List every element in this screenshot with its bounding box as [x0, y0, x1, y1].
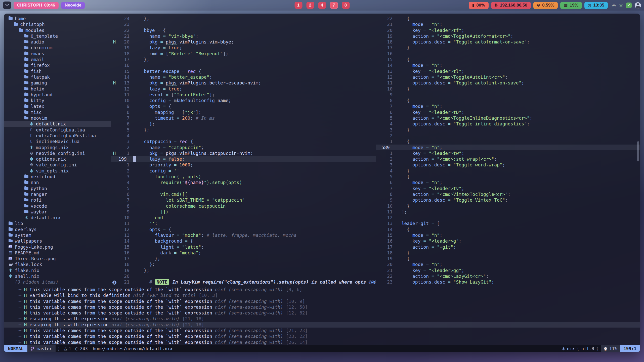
- code-line[interactable]: 8 {: [376, 98, 640, 103]
- code-line[interactable]: 19 {: [376, 256, 640, 261]
- diagnostic-row[interactable]: ─Hthis variable comes from the scope out…: [4, 298, 640, 304]
- network-pill[interactable]: ⇅192.168.86.50: [491, 2, 531, 9]
- tree-item[interactable]: ☾extraConfigLuaPost.lua: [4, 133, 111, 139]
- tree-item[interactable]: firefox: [4, 62, 111, 68]
- tree-item[interactable]: wallpapers: [4, 238, 111, 244]
- code-line[interactable]: H1 pkg = pkgs.vimPlugins.catppuccin-nvim…: [111, 150, 376, 156]
- code-line[interactable]: 15 mode = "n";: [376, 232, 640, 238]
- code-line[interactable]: 18 };: [111, 261, 376, 267]
- file-path[interactable]: home/modules/neovim/default.nix: [90, 346, 176, 351]
- code-line[interactable]: 6 vim.cmd([[: [111, 191, 376, 197]
- workspace-button[interactable]: 7: [330, 2, 338, 9]
- code-line[interactable]: 2 name = "catppuccin";: [111, 145, 376, 150]
- code-line[interactable]: 22 bbye = {: [111, 27, 376, 33]
- tree-item[interactable]: options.nix: [4, 156, 111, 162]
- tree-item[interactable]: mappings.nix: [4, 145, 111, 150]
- diagnostic-row[interactable]: ─Hthis variable comes from the scope out…: [4, 287, 640, 292]
- tree-item[interactable]: (9 hidden items): [4, 279, 111, 285]
- nix-snowflake-icon[interactable]: [619, 4, 623, 7]
- launcher-icon[interactable]: [3, 2, 11, 9]
- diagnostic-row[interactable]: ─Hescaping this with expressionnixf (esc…: [4, 322, 640, 328]
- diagnostic-row[interactable]: ─Hthis variable comes from the scope out…: [4, 333, 640, 339]
- code-line[interactable]: 19 };: [111, 267, 376, 273]
- tree-item[interactable]: default.nix: [4, 121, 111, 127]
- code-line[interactable]: 11 ];: [376, 209, 640, 215]
- code-line[interactable]: 23: [111, 21, 376, 27]
- check-icon[interactable]: ✓: [626, 3, 632, 8]
- tree-item[interactable]: audio: [4, 39, 111, 45]
- code-line[interactable]: 1 {: [376, 139, 640, 144]
- git-branch[interactable]: master: [27, 345, 55, 352]
- code-line[interactable]: 7 key = "<leader>tv";: [376, 186, 640, 191]
- tree-item[interactable]: gaming: [4, 80, 111, 86]
- code-line[interactable]: 11 '';: [111, 220, 376, 226]
- code-line[interactable]: H13 pkg = pkgs.vimPlugins.better-escape-…: [111, 80, 376, 86]
- tree-item[interactable]: vscode: [4, 203, 111, 209]
- tree-item[interactable]: nextcloud: [4, 174, 111, 179]
- code-line[interactable]: 5: [111, 186, 376, 191]
- code-line[interactable]: 13 leader-git = [: [376, 220, 640, 226]
- code-line[interactable]: 19 action = "<cmd>ToggleAutoformat<cr>";: [376, 33, 640, 39]
- code-line[interactable]: 3 }: [376, 127, 640, 133]
- code-line[interactable]: 11 event = ["InsertEnter"];: [111, 92, 376, 98]
- code-line[interactable]: 4: [111, 133, 376, 139]
- code-line[interactable]: 7 let $BAT_THEME = "catppuccin": [111, 197, 376, 203]
- tree-item[interactable]: ⚙neovide_config.ini: [4, 150, 111, 156]
- code-line[interactable]: 16 dark = "mocha";: [111, 250, 376, 256]
- diagnostic-row[interactable]: ─Hthis variable comes from the scope out…: [4, 339, 640, 345]
- code-line[interactable]: H20 pkg = pkgs.vimPlugins.vim-bbye;: [111, 39, 376, 45]
- tree-item[interactable]: ☾extraConfigLua.lua: [4, 127, 111, 133]
- code-line[interactable]: 23 options.desc = "Show LazyGit";: [376, 279, 640, 285]
- code-line[interactable]: 19 lazy = true;: [111, 45, 376, 51]
- code-line[interactable]: 4 options.desc = "Toggle inline diagnost…: [376, 121, 640, 127]
- code-line[interactable]: 6 mode = "n";: [376, 179, 640, 185]
- code-line[interactable]: 6 };: [111, 121, 376, 127]
- memory-pill[interactable]: ▦19%: [560, 2, 582, 9]
- code-line[interactable]: 15 better-escape = rec {: [111, 68, 376, 74]
- code-line[interactable]: 199 lazy = false;: [111, 156, 376, 162]
- code-line[interactable]: 15 {: [376, 57, 640, 62]
- code-line[interactable]: 20 key = "<leader>tf";: [376, 27, 640, 33]
- code-line[interactable]: 1 key = "<leader>tw";: [376, 150, 640, 156]
- tree-item[interactable]: helix: [4, 86, 111, 92]
- tree-item[interactable]: christoph: [4, 21, 111, 27]
- tree-item[interactable]: ⚙vale_config.ini: [4, 162, 111, 168]
- code-line[interactable]: 18 }: [376, 250, 640, 256]
- code-line[interactable]: 8 action = "<cmd>VimtexTocToggle<cr>";: [376, 191, 640, 197]
- tree-item[interactable]: vim_opts.nix: [4, 168, 111, 174]
- clock-pill[interactable]: ◷13:35: [584, 2, 608, 9]
- tree-item[interactable]: ▤README.md: [4, 250, 111, 256]
- diagnostic-row[interactable]: ─Hvariable will bind to this definitionn…: [4, 292, 640, 298]
- code-line[interactable]: 16: [376, 51, 640, 57]
- code-line[interactable]: 16 key = "<leader>g";: [376, 238, 640, 244]
- tree-item[interactable]: python: [4, 186, 111, 191]
- code-line[interactable]: 22 action = "<cmd>LazyGit<cr>";: [376, 273, 640, 279]
- tree-item[interactable]: home: [4, 16, 111, 21]
- tree-item[interactable]: flake.nix: [4, 267, 111, 273]
- code-line[interactable]: 18 cmd = ["Bdelete" "Bwipeout"];: [111, 51, 376, 57]
- user-avatar[interactable]: [635, 2, 641, 9]
- code-line[interactable]: 13 key = "<leader>tl";: [376, 68, 640, 74]
- code-line[interactable]: 10 }: [376, 203, 640, 209]
- tree-item[interactable]: Three-Bears.png: [4, 256, 111, 261]
- workspace-button[interactable]: 4: [318, 2, 326, 9]
- tree-item[interactable]: hyprland: [4, 92, 111, 98]
- code-line[interactable]: 8 colorscheme catppuccin: [111, 203, 376, 209]
- tree-item[interactable]: rofi: [4, 197, 111, 203]
- code-line[interactable]: 9 options.desc = "Toggle Vimtex ToC";: [376, 197, 640, 203]
- code-line[interactable]: 4 require("${name}").setup(opts): [111, 179, 376, 185]
- code-line[interactable]: 5 action = "<cmd>ToggleInlineDiagnostics…: [376, 115, 640, 121]
- code-line[interactable]: 5 {: [376, 174, 640, 179]
- code-line[interactable]: 7 timeout = 200; # In ms: [111, 115, 376, 121]
- tree-item[interactable]: Foggy-Lake.png: [4, 244, 111, 250]
- tree-item[interactable]: emacs: [4, 51, 111, 57]
- code-line[interactable]: 3 function(_, opts): [111, 174, 376, 179]
- code-line[interactable]: 12: [376, 215, 640, 220]
- code-line[interactable]: 18 options.desc = "Toggle autoformat-on-…: [376, 39, 640, 45]
- code-line[interactable]: 21 name = "vim-bbye";: [111, 33, 376, 39]
- code-line[interactable]: 14 name = "better_escape";: [111, 74, 376, 80]
- tree-item[interactable]: nnn: [4, 179, 111, 185]
- code-line[interactable]: 2: [376, 133, 640, 139]
- code-line[interactable]: 17 };: [111, 256, 376, 261]
- code-line[interactable]: 10 config = mkDefaultConfig name;: [111, 98, 376, 103]
